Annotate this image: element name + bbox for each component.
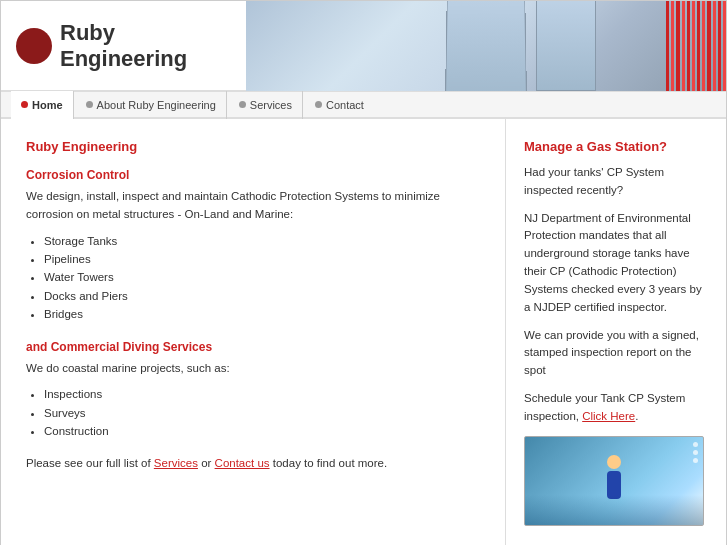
sidebar-para1: Had your tanks' CP System inspected rece… bbox=[524, 164, 708, 200]
right-column: Manage a Gas Station? Had your tanks' CP… bbox=[506, 119, 726, 545]
nav-dot-about bbox=[86, 101, 93, 108]
list-item: Storage Tanks bbox=[44, 232, 485, 250]
diving-title: and Commercial Diving Services bbox=[26, 340, 485, 354]
main-content: Ruby Engineering Corrosion Control We de… bbox=[1, 119, 726, 545]
services-link[interactable]: Services bbox=[154, 457, 198, 469]
sidebar-para4: Schedule your Tank CP System inspection,… bbox=[524, 390, 708, 426]
footer-note: Please see our full list of Services or … bbox=[26, 457, 485, 469]
list-item: Water Towers bbox=[44, 268, 485, 286]
corrosion-text: We design, install, inspect and maintain… bbox=[26, 188, 485, 224]
diving-section: and Commercial Diving Services We do coa… bbox=[26, 340, 485, 441]
diving-text: We do coastal marine projects, such as: bbox=[26, 360, 485, 378]
list-item: Bridges bbox=[44, 305, 485, 323]
sidebar-image bbox=[524, 436, 704, 526]
click-here-link[interactable]: Click Here bbox=[582, 410, 635, 422]
corrosion-title: Corrosion Control bbox=[26, 168, 485, 182]
logo: Ruby Engineering bbox=[16, 20, 187, 71]
logo-text: Ruby Engineering bbox=[60, 20, 187, 71]
nav-dot-home bbox=[21, 101, 28, 108]
nav-item-contact[interactable]: Contact bbox=[305, 91, 374, 119]
header-image bbox=[246, 1, 726, 91]
corrosion-section: Corrosion Control We design, install, in… bbox=[26, 168, 485, 324]
sidebar-title: Manage a Gas Station? bbox=[524, 139, 708, 154]
sidebar-para3: We can provide you with a signed, stampe… bbox=[524, 327, 708, 380]
logo-icon bbox=[16, 28, 52, 64]
nav-item-home[interactable]: Home bbox=[11, 91, 74, 119]
list-item: Construction bbox=[44, 422, 485, 440]
list-item: Docks and Piers bbox=[44, 287, 485, 305]
left-column: Ruby Engineering Corrosion Control We de… bbox=[1, 119, 506, 545]
nav-item-services[interactable]: Services bbox=[229, 91, 303, 119]
bubbles-graphic bbox=[693, 442, 698, 466]
sidebar-para2: NJ Department of Environmental Protectio… bbox=[524, 210, 708, 317]
corrosion-list: Storage Tanks Pipelines Water Towers Doc… bbox=[26, 232, 485, 324]
page-title: Ruby Engineering bbox=[26, 139, 485, 154]
list-item: Inspections bbox=[44, 385, 485, 403]
nav-item-about[interactable]: About Ruby Engineering bbox=[76, 91, 227, 119]
nav-dot-services bbox=[239, 101, 246, 108]
contact-link[interactable]: Contact us bbox=[215, 457, 270, 469]
diving-list: Inspections Surveys Construction bbox=[26, 385, 485, 440]
header: Ruby Engineering bbox=[1, 1, 726, 91]
list-item: Pipelines bbox=[44, 250, 485, 268]
nav-dot-contact bbox=[315, 101, 322, 108]
nav-bar: Home About Ruby Engineering Services Con… bbox=[1, 91, 726, 119]
list-item: Surveys bbox=[44, 404, 485, 422]
